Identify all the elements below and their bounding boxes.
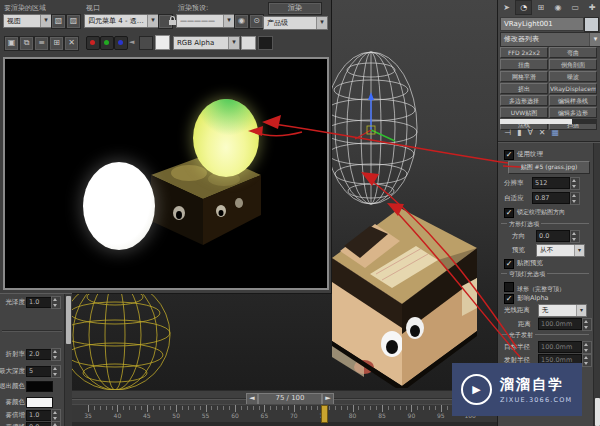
modifier-button[interactable]: UVW贴图 — [500, 107, 548, 118]
copy-image-button[interactable]: ⧉ — [19, 36, 34, 51]
toggle-ui-light-button[interactable] — [241, 36, 256, 50]
resolution-field[interactable]: 512 — [532, 177, 570, 189]
load-preset-button[interactable]: ⊙ — [249, 14, 264, 29]
modifier-button[interactable]: 挤出 — [500, 83, 548, 94]
time-slider[interactable]: ◄ 75 / 100 ► — [64, 390, 497, 405]
auto-region-button[interactable]: ▨ — [66, 14, 81, 29]
adaptive-row: 自适应 0.87 — [504, 194, 524, 203]
affect-alpha-checkbox[interactable]: ✓ — [504, 294, 514, 304]
param-field[interactable]: 0.0 — [26, 422, 53, 426]
save-image-button[interactable]: ▣ — [4, 36, 19, 51]
command-panel-scrollbar[interactable] — [593, 143, 600, 426]
modifier-button[interactable]: VRayDisplacementMod — [549, 83, 597, 94]
spherical-checkbox[interactable] — [504, 282, 514, 292]
textured-box[interactable] — [330, 196, 480, 388]
current-frame-marker[interactable] — [321, 405, 328, 423]
make-unique-icon[interactable]: ∀ — [527, 127, 532, 139]
modifier-button[interactable]: 网格平滑 — [500, 71, 548, 82]
render-mode-dropdown[interactable]: 产品级▾ — [263, 16, 328, 30]
param-field[interactable]: 5 — [26, 366, 53, 377]
viewport-dropdown[interactable]: 四元菜单 4 - 透…▾ — [84, 14, 159, 28]
preset-save-icon: ◉ — [238, 16, 245, 25]
param-field[interactable]: 1.0 — [26, 410, 53, 421]
map-preview-checkbox[interactable]: ✓ — [504, 259, 514, 269]
adaptive-spinner[interactable] — [570, 192, 580, 205]
direction-field[interactable]: 0.0 — [536, 230, 570, 242]
save-preset-button[interactable]: ◉ — [234, 14, 249, 29]
direction-spinner[interactable] — [570, 230, 580, 243]
use-texture-row: ✓使用纹理 — [504, 150, 543, 160]
object-color-swatch[interactable] — [584, 17, 599, 32]
channel-display-dropdown[interactable]: RGB Alpha▾ — [173, 36, 240, 50]
print-image-button[interactable]: ⊞ — [49, 36, 64, 51]
monochrome-button[interactable]: ◄ — [129, 38, 134, 46]
alpha-channel-button[interactable] — [139, 36, 153, 50]
rendered-image — [3, 57, 329, 290]
object-name-field[interactable]: VRayLight001 — [500, 17, 584, 31]
background-color-swatch[interactable] — [155, 35, 170, 50]
red-channel-button[interactable] — [86, 36, 100, 50]
clone-window-button[interactable]: ≡ — [34, 36, 49, 51]
param-label: 折射率 — [6, 350, 26, 359]
modifier-button[interactable]: 编辑样条线 — [549, 95, 597, 106]
next-frame-icon: ► — [325, 394, 330, 402]
param-spinner[interactable] — [51, 348, 61, 361]
map-preview-row: ✓贴图预览 — [504, 259, 543, 269]
color-swatch[interactable] — [26, 381, 53, 392]
render-frame-window: 要渲染的区域 视图▾ ▧ ▨ 视口 四元菜单 4 - 透…▾ 渲染预设: ———… — [0, 0, 332, 294]
lock-viewport-button[interactable] — [158, 14, 173, 29]
edit-region-button[interactable]: ▧ — [51, 14, 66, 29]
show-end-result-icon[interactable]: ▮ — [517, 127, 521, 139]
ray-distance-dropdown[interactable]: 无▾ — [538, 304, 587, 317]
render-preset-dropdown[interactable]: —————▾ — [176, 14, 235, 28]
tab-utilities[interactable]: ✚ — [584, 0, 600, 15]
blue-channel-button[interactable] — [114, 36, 128, 50]
distance-spinner[interactable] — [582, 318, 592, 331]
configure-modifier-sets-icon[interactable]: ▦ — [552, 127, 560, 139]
material-panel-scrollbar[interactable] — [64, 294, 72, 426]
use-texture-checkbox[interactable]: ✓ — [504, 150, 514, 160]
tab-modify[interactable]: ◔ — [515, 0, 532, 15]
modifier-button[interactable]: 多边形选择 — [500, 95, 548, 106]
tab-display[interactable]: ▭ — [567, 0, 584, 15]
emit-radius-spinner[interactable] — [582, 354, 592, 367]
ruler-frame-label: 90 — [402, 412, 420, 419]
modifier-button[interactable]: 弯曲 — [549, 47, 597, 58]
distance-field[interactable]: 100.0mm — [538, 318, 582, 330]
tab-hierarchy[interactable]: ⊞ — [532, 0, 549, 15]
region-edit-icon: ▧ — [55, 16, 63, 25]
target-radius-spinner[interactable] — [582, 341, 592, 354]
major-tick — [264, 405, 265, 412]
preview-dropdown[interactable]: 从不▾ — [536, 244, 585, 257]
track-bar-ruler[interactable]: 35404550556065707580859095100 — [64, 404, 497, 422]
texture-map-button[interactable]: 贴图 #5 (grass.jpg) — [508, 161, 590, 174]
pin-stack-icon[interactable]: ⊣ — [504, 127, 511, 139]
tab-motion[interactable]: ◉ — [550, 0, 567, 15]
adaptive-field[interactable]: 0.87 — [532, 192, 570, 204]
dome-light-group: 穹顶灯光选项 — [501, 273, 589, 274]
modifier-list-dropdown[interactable]: 修改器列表▾ — [500, 32, 600, 47]
param-field[interactable]: 2.0 — [26, 349, 53, 360]
param-field[interactable]: 1.0 — [26, 297, 53, 308]
toggle-ui-dark-button[interactable] — [258, 36, 273, 50]
modifier-button[interactable]: 扭曲 — [500, 59, 548, 70]
tab-create[interactable]: ➤ — [498, 0, 515, 15]
modifier-button[interactable]: 倒角剖面 — [549, 59, 597, 70]
modifier-grid-scrollbar[interactable] — [500, 119, 597, 124]
resolution-spinner[interactable] — [570, 177, 580, 190]
lock-texture-checkbox[interactable]: ✓ — [504, 208, 514, 218]
param-spinner[interactable] — [51, 421, 61, 426]
modifier-button[interactable]: 噪波 — [549, 71, 597, 82]
target-radius-field[interactable]: 100.0mm — [538, 341, 582, 353]
green-channel-button[interactable] — [100, 36, 114, 50]
area-to-render-dropdown[interactable]: 视图▾ — [3, 14, 52, 28]
modifier-button[interactable]: 编辑多边形 — [549, 107, 597, 118]
modifier-button[interactable]: FFD 2x2x2 — [500, 47, 548, 58]
color-swatch[interactable] — [26, 397, 53, 408]
clear-image-button[interactable]: ✕ — [64, 36, 79, 51]
remove-modifier-icon[interactable]: ✕ — [539, 127, 546, 139]
render-button[interactable]: 渲染 — [268, 2, 322, 15]
param-spinner[interactable] — [51, 365, 61, 378]
wireframe-sphere[interactable] — [322, 48, 422, 210]
param-spinner[interactable] — [51, 296, 61, 309]
